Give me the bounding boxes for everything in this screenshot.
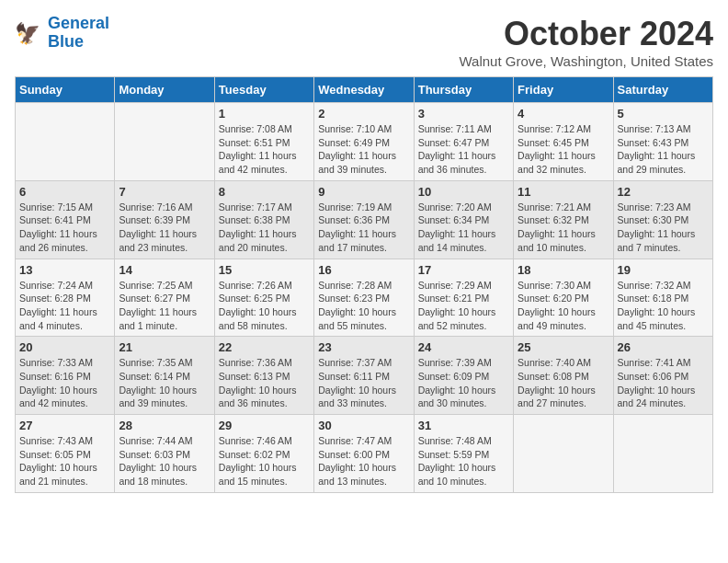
- day-number: 3: [418, 107, 509, 121]
- logo: 🦅 GeneralBlue: [15, 15, 109, 52]
- calendar-cell: 17Sunrise: 7:29 AM Sunset: 6:21 PM Dayli…: [414, 259, 513, 337]
- day-info: Sunrise: 7:48 AM Sunset: 5:59 PM Dayligh…: [418, 434, 509, 488]
- calendar-cell: [16, 103, 115, 181]
- day-info: Sunrise: 7:39 AM Sunset: 6:09 PM Dayligh…: [418, 356, 509, 410]
- title-area: October 2024 Walnut Grove, Washington, U…: [459, 15, 713, 69]
- day-number: 15: [219, 263, 310, 277]
- day-number: 12: [618, 185, 709, 199]
- calendar-cell: 30Sunrise: 7:47 AM Sunset: 6:00 PM Dayli…: [314, 415, 414, 493]
- day-info: Sunrise: 7:21 AM Sunset: 6:32 PM Dayligh…: [518, 201, 609, 255]
- day-info: Sunrise: 7:23 AM Sunset: 6:30 PM Dayligh…: [618, 201, 709, 255]
- svg-text:🦅: 🦅: [15, 21, 40, 46]
- day-number: 29: [219, 419, 310, 432]
- day-info: Sunrise: 7:24 AM Sunset: 6:28 PM Dayligh…: [19, 279, 110, 333]
- day-number: 18: [518, 263, 609, 277]
- day-number: 7: [119, 185, 210, 199]
- calendar-cell: 15Sunrise: 7:26 AM Sunset: 6:25 PM Dayli…: [214, 259, 313, 337]
- day-number: 4: [518, 107, 609, 121]
- day-info: Sunrise: 7:29 AM Sunset: 6:21 PM Dayligh…: [418, 279, 509, 333]
- day-info: Sunrise: 7:35 AM Sunset: 6:14 PM Dayligh…: [119, 356, 210, 410]
- calendar-cell: [613, 415, 712, 493]
- weekday-header-tuesday: Tuesday: [214, 77, 313, 103]
- calendar-cell: 26Sunrise: 7:41 AM Sunset: 6:06 PM Dayli…: [613, 337, 712, 415]
- day-number: 6: [19, 185, 110, 199]
- day-info: Sunrise: 7:41 AM Sunset: 6:06 PM Dayligh…: [618, 356, 709, 410]
- day-info: Sunrise: 7:19 AM Sunset: 6:36 PM Dayligh…: [318, 201, 409, 255]
- calendar-cell: 31Sunrise: 7:48 AM Sunset: 5:59 PM Dayli…: [414, 415, 513, 493]
- calendar-cell: 4Sunrise: 7:12 AM Sunset: 6:45 PM Daylig…: [514, 103, 613, 181]
- calendar-cell: 5Sunrise: 7:13 AM Sunset: 6:43 PM Daylig…: [613, 103, 712, 181]
- day-info: Sunrise: 7:44 AM Sunset: 6:03 PM Dayligh…: [119, 434, 210, 488]
- weekday-header-thursday: Thursday: [414, 77, 513, 103]
- day-number: 27: [19, 419, 110, 432]
- weekday-header-sunday: Sunday: [16, 77, 115, 103]
- calendar-cell: 14Sunrise: 7:25 AM Sunset: 6:27 PM Dayli…: [115, 259, 214, 337]
- calendar-table: SundayMondayTuesdayWednesdayThursdayFrid…: [15, 76, 713, 493]
- week-row-4: 20Sunrise: 7:33 AM Sunset: 6:16 PM Dayli…: [16, 337, 713, 415]
- day-number: 23: [318, 340, 409, 354]
- day-info: Sunrise: 7:11 AM Sunset: 6:47 PM Dayligh…: [418, 122, 509, 177]
- day-info: Sunrise: 7:46 AM Sunset: 6:02 PM Dayligh…: [219, 434, 310, 488]
- day-number: 1: [219, 107, 310, 121]
- calendar-cell: 29Sunrise: 7:46 AM Sunset: 6:02 PM Dayli…: [214, 415, 313, 493]
- day-info: Sunrise: 7:36 AM Sunset: 6:13 PM Dayligh…: [219, 356, 310, 410]
- day-number: 22: [219, 340, 310, 354]
- day-number: 28: [119, 419, 210, 432]
- day-info: Sunrise: 7:28 AM Sunset: 6:23 PM Dayligh…: [318, 279, 409, 333]
- calendar-cell: 20Sunrise: 7:33 AM Sunset: 6:16 PM Dayli…: [16, 337, 115, 415]
- day-number: 26: [618, 340, 709, 354]
- logo-icon: 🦅: [15, 18, 44, 48]
- day-number: 19: [618, 263, 709, 277]
- calendar-cell: 13Sunrise: 7:24 AM Sunset: 6:28 PM Dayli…: [16, 259, 115, 337]
- calendar-cell: 9Sunrise: 7:19 AM Sunset: 6:36 PM Daylig…: [314, 180, 414, 259]
- day-number: 30: [318, 419, 409, 432]
- calendar-cell: 8Sunrise: 7:17 AM Sunset: 6:38 PM Daylig…: [214, 180, 313, 259]
- week-row-2: 6Sunrise: 7:15 AM Sunset: 6:41 PM Daylig…: [16, 180, 713, 259]
- week-row-1: 1Sunrise: 7:08 AM Sunset: 6:51 PM Daylig…: [16, 103, 713, 181]
- day-number: 13: [19, 263, 110, 277]
- day-info: Sunrise: 7:33 AM Sunset: 6:16 PM Dayligh…: [19, 356, 110, 410]
- calendar-cell: 7Sunrise: 7:16 AM Sunset: 6:39 PM Daylig…: [115, 180, 214, 259]
- day-info: Sunrise: 7:15 AM Sunset: 6:41 PM Dayligh…: [19, 201, 110, 255]
- calendar-cell: 6Sunrise: 7:15 AM Sunset: 6:41 PM Daylig…: [16, 180, 115, 259]
- weekday-header-wednesday: Wednesday: [314, 77, 414, 103]
- day-number: 10: [418, 185, 509, 199]
- day-number: 5: [618, 107, 709, 121]
- day-number: 17: [418, 263, 509, 277]
- calendar-cell: 25Sunrise: 7:40 AM Sunset: 6:08 PM Dayli…: [514, 337, 613, 415]
- week-row-3: 13Sunrise: 7:24 AM Sunset: 6:28 PM Dayli…: [16, 259, 713, 337]
- calendar-cell: 23Sunrise: 7:37 AM Sunset: 6:11 PM Dayli…: [314, 337, 414, 415]
- day-number: 11: [518, 185, 609, 199]
- day-number: 2: [318, 107, 409, 121]
- day-number: 8: [219, 185, 310, 199]
- calendar-cell: 18Sunrise: 7:30 AM Sunset: 6:20 PM Dayli…: [514, 259, 613, 337]
- day-info: Sunrise: 7:43 AM Sunset: 6:05 PM Dayligh…: [19, 434, 110, 488]
- day-info: Sunrise: 7:10 AM Sunset: 6:49 PM Dayligh…: [318, 122, 409, 177]
- header: 🦅 GeneralBlue October 2024 Walnut Grove,…: [15, 15, 713, 69]
- calendar-cell: 24Sunrise: 7:39 AM Sunset: 6:09 PM Dayli…: [414, 337, 513, 415]
- calendar-cell: 12Sunrise: 7:23 AM Sunset: 6:30 PM Dayli…: [613, 180, 712, 259]
- day-number: 14: [119, 263, 210, 277]
- calendar-cell: 16Sunrise: 7:28 AM Sunset: 6:23 PM Dayli…: [314, 259, 414, 337]
- calendar-cell: 22Sunrise: 7:36 AM Sunset: 6:13 PM Dayli…: [214, 337, 313, 415]
- calendar-cell: 27Sunrise: 7:43 AM Sunset: 6:05 PM Dayli…: [16, 415, 115, 493]
- weekday-header-row: SundayMondayTuesdayWednesdayThursdayFrid…: [16, 77, 713, 103]
- day-info: Sunrise: 7:47 AM Sunset: 6:00 PM Dayligh…: [318, 434, 409, 488]
- calendar-cell: [514, 415, 613, 493]
- day-info: Sunrise: 7:26 AM Sunset: 6:25 PM Dayligh…: [219, 279, 310, 333]
- day-number: 31: [418, 419, 509, 432]
- day-number: 16: [318, 263, 409, 277]
- day-number: 9: [318, 185, 409, 199]
- day-number: 25: [518, 340, 609, 354]
- calendar-cell: [115, 103, 214, 181]
- logo-text: GeneralBlue: [48, 15, 109, 52]
- day-info: Sunrise: 7:32 AM Sunset: 6:18 PM Dayligh…: [618, 279, 709, 333]
- day-info: Sunrise: 7:17 AM Sunset: 6:38 PM Dayligh…: [219, 201, 310, 255]
- day-info: Sunrise: 7:40 AM Sunset: 6:08 PM Dayligh…: [518, 356, 609, 410]
- day-info: Sunrise: 7:12 AM Sunset: 6:45 PM Dayligh…: [518, 122, 609, 177]
- day-info: Sunrise: 7:16 AM Sunset: 6:39 PM Dayligh…: [119, 201, 210, 255]
- day-info: Sunrise: 7:30 AM Sunset: 6:20 PM Dayligh…: [518, 279, 609, 333]
- day-number: 20: [19, 340, 110, 354]
- calendar-cell: 21Sunrise: 7:35 AM Sunset: 6:14 PM Dayli…: [115, 337, 214, 415]
- day-info: Sunrise: 7:13 AM Sunset: 6:43 PM Dayligh…: [618, 122, 709, 177]
